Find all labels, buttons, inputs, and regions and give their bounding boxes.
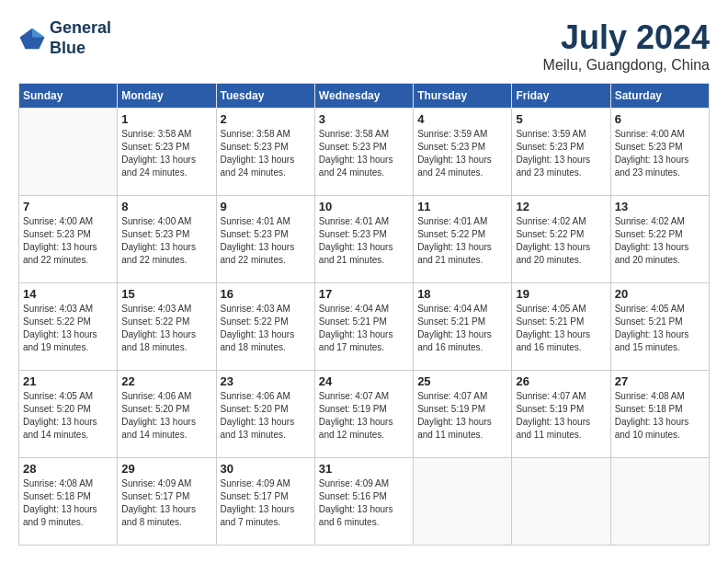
day-number: 11 — [417, 200, 507, 213]
weekday-header-tuesday: Tuesday — [216, 84, 314, 109]
day-number: 16 — [221, 287, 311, 301]
weekday-header-thursday: Thursday — [414, 84, 512, 109]
day-info: Sunrise: 4:09 AM Sunset: 5:17 PM Dayligh… — [221, 477, 311, 529]
svg-marker-1 — [32, 28, 45, 37]
calendar-cell: 8Sunrise: 4:00 AM Sunset: 5:23 PM Daylig… — [118, 196, 216, 283]
day-number: 13 — [615, 200, 705, 213]
calendar-cell: 14Sunrise: 4:03 AM Sunset: 5:22 PM Dayli… — [19, 283, 118, 371]
calendar-cell: 7Sunrise: 4:00 AM Sunset: 5:23 PM Daylig… — [19, 196, 118, 283]
day-info: Sunrise: 4:00 AM Sunset: 5:23 PM Dayligh… — [615, 128, 705, 179]
weekday-header-sunday: Sunday — [19, 84, 118, 109]
calendar-cell: 6Sunrise: 4:00 AM Sunset: 5:23 PM Daylig… — [610, 109, 709, 196]
calendar-cell: 31Sunrise: 4:09 AM Sunset: 5:16 PM Dayli… — [314, 458, 413, 546]
weekday-header-row: SundayMondayTuesdayWednesdayThursdayFrid… — [19, 84, 710, 109]
weekday-header-wednesday: Wednesday — [314, 84, 413, 109]
day-info: Sunrise: 4:03 AM Sunset: 5:22 PM Dayligh… — [121, 303, 211, 354]
day-number: 9 — [221, 200, 311, 213]
calendar-cell: 5Sunrise: 3:59 AM Sunset: 5:23 PM Daylig… — [512, 109, 610, 196]
calendar-cell: 30Sunrise: 4:09 AM Sunset: 5:17 PM Dayli… — [216, 458, 314, 546]
day-number: 27 — [615, 374, 705, 388]
calendar-cell: 18Sunrise: 4:04 AM Sunset: 5:21 PM Dayli… — [414, 283, 512, 371]
day-number: 6 — [615, 112, 705, 126]
day-info: Sunrise: 4:06 AM Sunset: 5:20 PM Dayligh… — [121, 390, 211, 442]
day-info: Sunrise: 4:01 AM Sunset: 5:23 PM Dayligh… — [221, 215, 311, 267]
day-info: Sunrise: 3:59 AM Sunset: 5:23 PM Dayligh… — [516, 128, 606, 179]
logo-line2: Blue — [50, 39, 85, 57]
day-number: 1 — [121, 112, 211, 126]
logo: General Blue — [18, 18, 111, 58]
calendar-cell: 26Sunrise: 4:07 AM Sunset: 5:19 PM Dayli… — [512, 371, 610, 458]
calendar-cell: 11Sunrise: 4:01 AM Sunset: 5:22 PM Dayli… — [414, 196, 512, 283]
calendar-cell: 23Sunrise: 4:06 AM Sunset: 5:20 PM Dayli… — [216, 371, 314, 458]
day-info: Sunrise: 4:04 AM Sunset: 5:21 PM Dayligh… — [319, 303, 409, 354]
day-number: 14 — [23, 287, 113, 301]
day-number: 8 — [121, 200, 211, 213]
day-number: 26 — [516, 374, 606, 388]
calendar-cell: 20Sunrise: 4:05 AM Sunset: 5:21 PM Dayli… — [610, 283, 709, 371]
calendar: SundayMondayTuesdayWednesdayThursdayFrid… — [18, 83, 710, 546]
calendar-cell — [19, 109, 118, 196]
day-info: Sunrise: 4:04 AM Sunset: 5:21 PM Dayligh… — [417, 303, 507, 354]
calendar-cell: 10Sunrise: 4:01 AM Sunset: 5:23 PM Dayli… — [314, 196, 413, 283]
calendar-cell: 22Sunrise: 4:06 AM Sunset: 5:20 PM Dayli… — [118, 371, 216, 458]
day-info: Sunrise: 4:02 AM Sunset: 5:22 PM Dayligh… — [516, 215, 606, 267]
day-info: Sunrise: 4:09 AM Sunset: 5:17 PM Dayligh… — [121, 477, 211, 529]
day-number: 7 — [23, 200, 113, 213]
calendar-cell: 16Sunrise: 4:03 AM Sunset: 5:22 PM Dayli… — [216, 283, 314, 371]
logo-line1: General — [50, 18, 111, 37]
calendar-cell: 2Sunrise: 3:58 AM Sunset: 5:23 PM Daylig… — [216, 109, 314, 196]
day-info: Sunrise: 4:02 AM Sunset: 5:22 PM Dayligh… — [615, 215, 705, 267]
calendar-cell: 12Sunrise: 4:02 AM Sunset: 5:22 PM Dayli… — [512, 196, 610, 283]
day-info: Sunrise: 4:08 AM Sunset: 5:18 PM Dayligh… — [615, 390, 705, 442]
calendar-cell: 25Sunrise: 4:07 AM Sunset: 5:19 PM Dayli… — [414, 371, 512, 458]
calendar-cell: 29Sunrise: 4:09 AM Sunset: 5:17 PM Dayli… — [118, 458, 216, 546]
day-number: 17 — [319, 287, 409, 301]
calendar-cell: 21Sunrise: 4:05 AM Sunset: 5:20 PM Dayli… — [19, 371, 118, 458]
day-info: Sunrise: 4:07 AM Sunset: 5:19 PM Dayligh… — [417, 390, 507, 442]
day-info: Sunrise: 3:58 AM Sunset: 5:23 PM Dayligh… — [319, 128, 409, 179]
day-number: 20 — [615, 287, 705, 301]
day-number: 29 — [121, 462, 211, 476]
day-info: Sunrise: 4:00 AM Sunset: 5:23 PM Dayligh… — [23, 215, 113, 267]
day-number: 15 — [121, 287, 211, 301]
day-info: Sunrise: 4:05 AM Sunset: 5:21 PM Dayligh… — [615, 303, 705, 354]
day-info: Sunrise: 3:58 AM Sunset: 5:23 PM Dayligh… — [121, 128, 211, 179]
week-row-4: 21Sunrise: 4:05 AM Sunset: 5:20 PM Dayli… — [19, 371, 710, 458]
day-info: Sunrise: 4:07 AM Sunset: 5:19 PM Dayligh… — [319, 390, 409, 442]
week-row-1: 1Sunrise: 3:58 AM Sunset: 5:23 PM Daylig… — [19, 109, 710, 196]
day-info: Sunrise: 4:00 AM Sunset: 5:23 PM Dayligh… — [121, 215, 211, 267]
logo-icon — [18, 25, 46, 52]
calendar-cell: 3Sunrise: 3:58 AM Sunset: 5:23 PM Daylig… — [314, 109, 413, 196]
calendar-cell: 19Sunrise: 4:05 AM Sunset: 5:21 PM Dayli… — [512, 283, 610, 371]
calendar-cell — [610, 458, 709, 546]
day-number: 3 — [319, 112, 409, 126]
day-info: Sunrise: 4:01 AM Sunset: 5:22 PM Dayligh… — [417, 215, 507, 267]
page-header: General Blue July 2024 Meilu, Guangdong,… — [18, 18, 710, 74]
week-row-3: 14Sunrise: 4:03 AM Sunset: 5:22 PM Dayli… — [19, 283, 710, 371]
day-info: Sunrise: 4:05 AM Sunset: 5:20 PM Dayligh… — [23, 390, 113, 442]
calendar-cell: 15Sunrise: 4:03 AM Sunset: 5:22 PM Dayli… — [118, 283, 216, 371]
day-info: Sunrise: 4:06 AM Sunset: 5:20 PM Dayligh… — [221, 390, 311, 442]
calendar-cell: 27Sunrise: 4:08 AM Sunset: 5:18 PM Dayli… — [610, 371, 709, 458]
location: Meilu, Guangdong, China — [543, 57, 710, 74]
day-info: Sunrise: 4:03 AM Sunset: 5:22 PM Dayligh… — [23, 303, 113, 354]
week-row-2: 7Sunrise: 4:00 AM Sunset: 5:23 PM Daylig… — [19, 196, 710, 283]
day-number: 28 — [23, 462, 113, 476]
calendar-cell: 1Sunrise: 3:58 AM Sunset: 5:23 PM Daylig… — [118, 109, 216, 196]
day-number: 31 — [319, 462, 409, 476]
calendar-cell: 4Sunrise: 3:59 AM Sunset: 5:23 PM Daylig… — [414, 109, 512, 196]
day-info: Sunrise: 4:09 AM Sunset: 5:16 PM Dayligh… — [319, 477, 409, 529]
day-number: 4 — [417, 112, 507, 126]
day-info: Sunrise: 4:05 AM Sunset: 5:21 PM Dayligh… — [516, 303, 606, 354]
title-block: July 2024 Meilu, Guangdong, China — [543, 18, 710, 74]
day-info: Sunrise: 4:03 AM Sunset: 5:22 PM Dayligh… — [221, 303, 311, 354]
week-row-5: 28Sunrise: 4:08 AM Sunset: 5:18 PM Dayli… — [19, 458, 710, 546]
day-info: Sunrise: 4:08 AM Sunset: 5:18 PM Dayligh… — [23, 477, 113, 529]
weekday-header-monday: Monday — [118, 84, 216, 109]
day-number: 24 — [319, 374, 409, 388]
day-number: 23 — [221, 374, 311, 388]
day-info: Sunrise: 3:58 AM Sunset: 5:23 PM Dayligh… — [221, 128, 311, 179]
calendar-cell: 24Sunrise: 4:07 AM Sunset: 5:19 PM Dayli… — [314, 371, 413, 458]
day-number: 25 — [417, 374, 507, 388]
day-number: 19 — [516, 287, 606, 301]
